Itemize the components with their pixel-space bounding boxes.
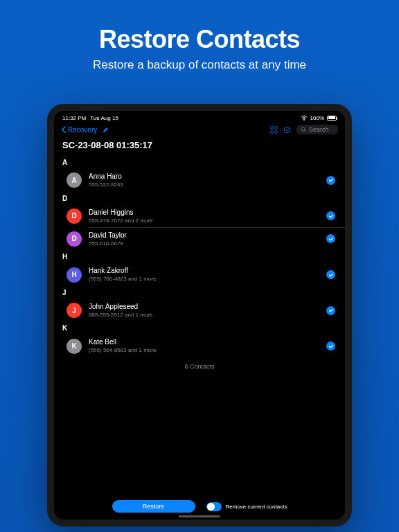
contact-row[interactable]: K Kate Bell (555) 564-8583 and 1 more bbox=[54, 335, 345, 357]
contact-row[interactable]: A Anna Haro 555-522-8243 bbox=[54, 169, 345, 192]
svg-point-5 bbox=[284, 127, 290, 132]
remove-toggle-group: Remove current contacts bbox=[206, 502, 287, 511]
battery-icon bbox=[327, 116, 337, 121]
contact-detail: 555-610-6679 bbox=[89, 240, 319, 247]
svg-rect-3 bbox=[271, 130, 273, 132]
hero-subtitle: Restore a backup of contacts at any time bbox=[0, 58, 399, 72]
contact-name: Daniel Higgins bbox=[89, 209, 319, 217]
avatar: A bbox=[66, 172, 82, 188]
page-title: SC-23-08-08 01:35:17 bbox=[54, 137, 345, 156]
contact-row[interactable]: D David Taylor 555-610-6679 bbox=[54, 228, 345, 251]
restore-button[interactable]: Restore bbox=[112, 500, 195, 513]
edit-icon[interactable] bbox=[103, 127, 109, 133]
search-placeholder: Search bbox=[309, 126, 329, 133]
screen: 11:32 PM Tue Aug 15 100% Recovery bbox=[54, 111, 345, 520]
status-time: 11:32 PM bbox=[62, 115, 86, 121]
checkmark-icon[interactable] bbox=[326, 234, 335, 243]
svg-rect-1 bbox=[271, 126, 273, 128]
tablet-frame: 11:32 PM Tue Aug 15 100% Recovery bbox=[47, 104, 352, 526]
battery-percent: 100% bbox=[310, 115, 324, 121]
svg-point-0 bbox=[303, 119, 305, 121]
checkmark-icon[interactable] bbox=[326, 306, 335, 315]
section-header: J bbox=[54, 286, 345, 299]
svg-rect-4 bbox=[275, 130, 277, 132]
contact-row[interactable]: H Hank Zakroff (555) 766-4823 and 1 more bbox=[54, 263, 345, 286]
contact-name: Hank Zakroff bbox=[89, 267, 319, 275]
search-icon bbox=[301, 127, 306, 132]
svg-line-7 bbox=[305, 131, 306, 132]
section-header: H bbox=[54, 250, 345, 263]
nav-bar: Recovery Search bbox=[54, 122, 345, 137]
hero-banner: Restore Contacts Restore a backup of con… bbox=[0, 0, 399, 72]
contact-name: Kate Bell bbox=[89, 338, 319, 346]
contact-name: John Appleseed bbox=[89, 303, 319, 311]
contact-name: Anna Haro bbox=[89, 172, 319, 181]
contact-detail: 555-478-7672 and 2 more bbox=[89, 218, 319, 224]
contact-detail: (555) 564-8583 and 1 more bbox=[89, 347, 319, 354]
avatar: K bbox=[66, 339, 82, 354]
checkmark-icon[interactable] bbox=[326, 270, 335, 279]
checkmark-circle-icon[interactable] bbox=[283, 126, 291, 134]
svg-rect-2 bbox=[275, 126, 277, 128]
contact-row[interactable]: D Daniel Higgins 555-478-7672 and 2 more bbox=[54, 205, 345, 228]
contact-detail: (555) 766-4823 and 1 more bbox=[89, 276, 319, 283]
avatar: D bbox=[66, 231, 82, 247]
contacts-count: 6 Contacts bbox=[54, 357, 345, 375]
checkmark-icon[interactable] bbox=[326, 176, 335, 185]
contact-detail: 888-555-5512 and 1 more bbox=[89, 312, 319, 319]
avatar: D bbox=[66, 209, 82, 224]
wifi-icon bbox=[301, 115, 308, 121]
back-label: Recovery bbox=[68, 126, 97, 134]
avatar: J bbox=[66, 303, 82, 318]
checkmark-icon[interactable] bbox=[326, 211, 335, 220]
section-header: A bbox=[54, 156, 345, 169]
contacts-list[interactable]: A A Anna Haro 555-522-8243 D D Daniel Hi… bbox=[54, 156, 345, 495]
checkmark-icon[interactable] bbox=[326, 342, 335, 351]
search-input[interactable]: Search bbox=[296, 125, 338, 134]
status-date: Tue Aug 15 bbox=[90, 115, 118, 121]
section-header: D bbox=[54, 192, 345, 205]
remove-toggle-label: Remove current contacts bbox=[226, 504, 287, 510]
contact-detail: 555-522-8243 bbox=[89, 181, 319, 188]
section-header: K bbox=[54, 321, 345, 335]
grid-icon[interactable] bbox=[270, 126, 278, 134]
home-indicator bbox=[179, 515, 220, 517]
avatar: H bbox=[66, 267, 82, 283]
contact-row[interactable]: J John Appleseed 888-555-5512 and 1 more bbox=[54, 299, 345, 322]
contact-name: David Taylor bbox=[89, 231, 319, 240]
remove-toggle[interactable] bbox=[206, 502, 222, 511]
status-bar: 11:32 PM Tue Aug 15 100% bbox=[54, 111, 345, 122]
hero-title: Restore Contacts bbox=[0, 25, 399, 54]
back-button[interactable]: Recovery bbox=[61, 126, 109, 134]
chevron-left-icon bbox=[61, 126, 66, 133]
